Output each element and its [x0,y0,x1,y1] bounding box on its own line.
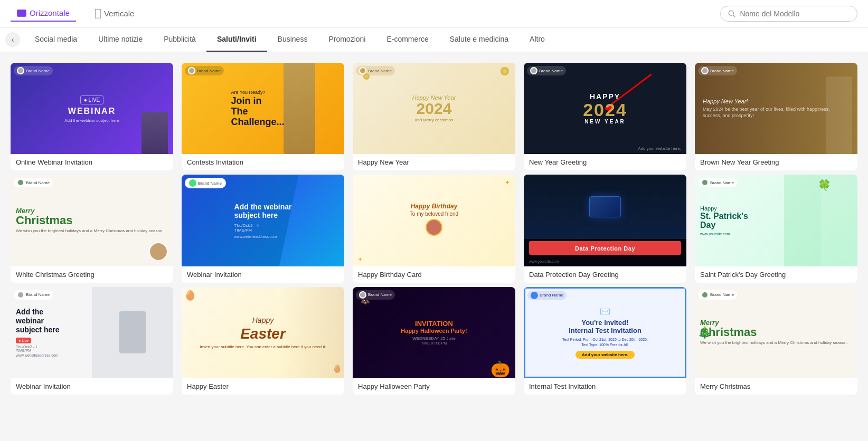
nav-tab-ecommerce[interactable]: E-commerce [376,27,439,52]
template-label: New Year Greeting [524,154,686,170]
tab-verticale[interactable]: Verticale [89,6,141,22]
nav-tab-promozioni[interactable]: Promozioni [318,27,376,52]
brand-badge: Brand Name [185,178,226,188]
template-label: Happy Halloween Party [353,378,515,395]
template-white-christmas[interactable]: Brand Name Merry Christmas We wish you t… [11,175,173,282]
template-row-1: Brand Name ● LIVE WEBINAR Add the webina… [11,63,857,170]
template-label: Contests Invitation [182,154,344,170]
template-row-2: Brand Name Merry Christmas We wish you t… [11,175,857,282]
nav-tab-pubblicita[interactable]: Pubblicità [153,27,206,52]
template-label: Happy Easter [182,378,344,395]
template-label: Brown New Year Greeting [695,154,857,170]
nav-tab-salute-medicina[interactable]: Salute e medicina [439,27,519,52]
svg-rect-1 [17,10,26,16]
template-webinar-invitation[interactable]: Brand Name Add the webinarsubject here T… [182,175,344,282]
search-box [720,6,857,22]
template-label: Data Protection Day Greeting [524,266,686,283]
template-label: Online Webinar Invitation [11,154,173,170]
nav-arrow-left[interactable]: ‹ [5,32,20,47]
template-contests-invitation[interactable]: Brand Name Are You Ready? Join inTheChal… [182,63,344,170]
template-new-year-greeting[interactable]: Brand Name HAPPY 2024 NEW YEAR Add your … [524,63,686,170]
template-happy-new-year[interactable]: Brand Name Happy New Year 2024 and Merry… [353,63,515,170]
svg-rect-3 [96,9,100,17]
brand-badge: Brand Name [356,66,395,75]
template-label: White Christmas Greeting [11,266,173,283]
nav-tab-ultime-notizie[interactable]: Ultime notizie [88,27,153,52]
template-data-protection[interactable]: Brand Name Data Protection Day www.yours… [524,175,686,282]
template-label: Happy Birthday Card [353,266,515,283]
header-tabs: Orizzontale Verticale [11,5,140,22]
template-brown-new-year[interactable]: Brand Name Happy New Year! May 2024 be t… [695,63,857,170]
template-halloween[interactable]: Brand Name Invitation Happy Halloween Pa… [353,287,515,395]
nav-tab-altro[interactable]: Altro [519,27,555,52]
nav-tab-saluti-inviti[interactable]: Saluti/Inviti [206,27,267,52]
template-christmas2[interactable]: Brand Name Merry Christmas We wish you t… [695,287,857,395]
template-online-webinar[interactable]: Brand Name ● LIVE WEBINAR Add the webina… [11,63,173,170]
brand-badge: Brand Name [14,66,53,75]
template-row-3: Brand Name Add thewebinarsubject here ● … [11,287,857,395]
tab-orizzontale[interactable]: Orizzontale [11,5,76,22]
brand-badge: Brand Name [527,66,566,75]
template-label: Internal Test Invitation [524,378,686,395]
nav-tab-social-media[interactable]: Social media [24,27,88,52]
template-birthday-card[interactable]: Happy Birthday To my beloved friend ✦ ✦ … [353,175,515,282]
template-label: Saint Patrick's Day Greeting [695,266,857,283]
main-content: Brand Name ● LIVE WEBINAR Add the webina… [0,52,868,409]
template-label: Webinar Invitation [182,266,344,283]
brand-badge: Brand Name [14,290,53,300]
search-input[interactable] [740,9,850,18]
brand-badge: Brand Name [698,66,737,75]
template-label: Merry Christmas [695,378,857,395]
header: Orizzontale Verticale [0,0,868,27]
template-happy-easter[interactable]: Happy Easter Insert your subtitle here. … [182,287,344,395]
template-webinar3[interactable]: Brand Name Add thewebinarsubject here ● … [11,287,173,395]
template-stpatrick[interactable]: Brand Name Happy St. Patrick'sDay www.yo… [695,175,857,282]
brand-badge: Brand Name [185,66,224,75]
brand-badge: Brand Name [14,178,53,187]
search-icon [728,9,735,18]
nav-tabs: ‹ Social media Ultime notizie Pubblicità… [0,27,868,52]
brand-badge: Brand Name [527,291,567,300]
svg-line-5 [733,15,735,17]
template-label: Happy New Year [353,154,515,170]
template-label: Webinar Invitation [11,378,173,395]
nav-tab-business[interactable]: Business [267,27,318,52]
template-internal-test[interactable]: Brand Name ✉️ You're invited!Internal Te… [524,287,686,395]
brand-badge: Brand Name [698,178,737,187]
